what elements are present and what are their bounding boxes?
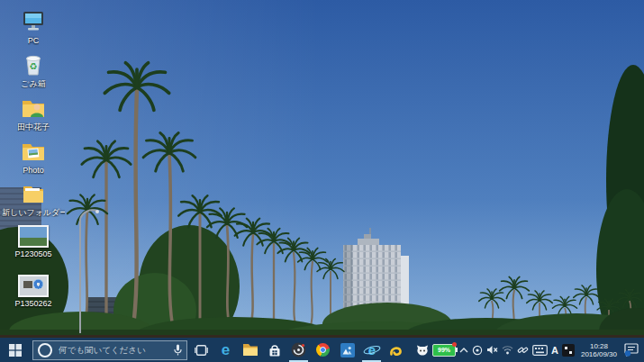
desktop-icon-pc[interactable]: PC xyxy=(2,5,65,45)
task-view-icon xyxy=(195,345,208,356)
app-file-explorer[interactable] xyxy=(238,338,262,362)
svg-text:♻: ♻ xyxy=(30,61,38,71)
tray-ime-mode[interactable]: A xyxy=(549,338,560,362)
user-folder-icon xyxy=(20,92,47,121)
store-icon xyxy=(268,343,282,357)
desktop-icon-image-p1350262[interactable]: P1350262 xyxy=(2,268,65,308)
svg-text:e: e xyxy=(367,342,375,357)
circle-dot-icon xyxy=(472,345,483,356)
swirl-app-icon xyxy=(291,342,306,357)
tray-link-tool[interactable] xyxy=(515,338,531,362)
app-store[interactable] xyxy=(262,338,286,362)
folder-icon xyxy=(20,177,47,206)
desktop-icon-photo-folder[interactable]: Photo xyxy=(2,135,65,175)
windows-desktop: PC ♻ ごみ箱 田中花子 xyxy=(0,0,644,362)
cortana-search-box[interactable] xyxy=(32,340,187,360)
tray-app-dark[interactable] xyxy=(560,338,576,362)
app-yellow-swoosh[interactable] xyxy=(384,338,408,362)
desktop-icon-image-p1230505[interactable]: P1230505 xyxy=(2,219,65,258)
battery-alert-badge xyxy=(452,342,457,347)
start-button[interactable] xyxy=(0,338,31,362)
desktop-icon-label: PC xyxy=(28,36,40,45)
app-chrome[interactable] xyxy=(311,338,335,362)
tray-location[interactable] xyxy=(470,338,485,362)
battery-percent: 99% xyxy=(438,347,450,353)
keyboard-icon xyxy=(532,345,548,356)
ime-mode-letter: A xyxy=(551,345,558,356)
pet-icon xyxy=(416,345,429,356)
desktop-icon-label: P1230505 xyxy=(14,249,51,258)
tray-ime-toolbar[interactable] xyxy=(531,338,549,362)
clock-time: 10:28 xyxy=(590,342,608,350)
desktop-icon-user-folder[interactable]: 田中花子 xyxy=(2,92,65,131)
speaker-muted-icon xyxy=(486,345,498,355)
desktop-icon-label: P1350262 xyxy=(14,299,51,308)
internet-explorer-icon: e xyxy=(363,342,381,358)
desktop-icon-label: Photo xyxy=(23,166,44,175)
tray-network[interactable] xyxy=(500,338,515,362)
tray-volume[interactable] xyxy=(485,338,500,362)
action-center-button[interactable] xyxy=(621,338,644,362)
task-view-button[interactable] xyxy=(189,338,213,362)
action-center-icon xyxy=(623,343,639,357)
yellow-swoosh-icon xyxy=(388,342,404,357)
file-explorer-icon xyxy=(242,343,259,357)
desktop-wallpaper xyxy=(0,0,644,362)
desktop-icon-label: 田中花子 xyxy=(17,122,50,131)
tray-battery-widget[interactable]: 99% xyxy=(431,338,458,362)
microphone-icon[interactable] xyxy=(174,344,182,356)
wifi-icon xyxy=(502,345,513,355)
image-thumbnail xyxy=(18,268,49,297)
taskbar-clock[interactable]: 10:28 2016/09/30 xyxy=(576,338,621,362)
desktop-icon-label: 新しいフォルダー xyxy=(2,208,65,217)
tray-show-hidden-icons[interactable] xyxy=(458,338,470,362)
clock-date: 2016/09/30 xyxy=(581,350,617,358)
search-input[interactable] xyxy=(57,344,169,356)
recycle-bin-icon: ♻ xyxy=(20,49,47,77)
app-edge[interactable]: e xyxy=(213,338,238,362)
image-thumbnail xyxy=(18,219,49,248)
desktop-icon-new-folder[interactable]: 新しいフォルダー xyxy=(2,177,65,217)
app-photo-editor[interactable] xyxy=(286,338,311,362)
system-tray: 99% xyxy=(414,338,644,362)
desktop-icon-label: ごみ箱 xyxy=(21,79,45,88)
edge-icon: e xyxy=(222,342,230,357)
cortana-icon[interactable] xyxy=(38,343,52,357)
battery-icon: 99% xyxy=(432,344,456,357)
desktop-icon-recycle-bin[interactable]: ♻ ごみ箱 xyxy=(2,49,65,88)
windows-logo-icon xyxy=(9,344,22,357)
app-photos[interactable] xyxy=(335,338,359,362)
photos-app-icon xyxy=(340,343,355,357)
photo-folder-icon xyxy=(20,135,47,164)
app-internet-explorer[interactable]: e xyxy=(359,338,384,362)
tray-pet-app[interactable] xyxy=(414,338,431,362)
chevron-up-icon xyxy=(459,348,468,353)
chrome-icon xyxy=(316,343,330,357)
taskbar: e xyxy=(0,338,644,362)
notification-badge xyxy=(625,350,630,356)
pc-icon xyxy=(20,5,47,34)
dark-app-icon xyxy=(562,344,575,357)
chain-link-icon xyxy=(517,344,529,356)
